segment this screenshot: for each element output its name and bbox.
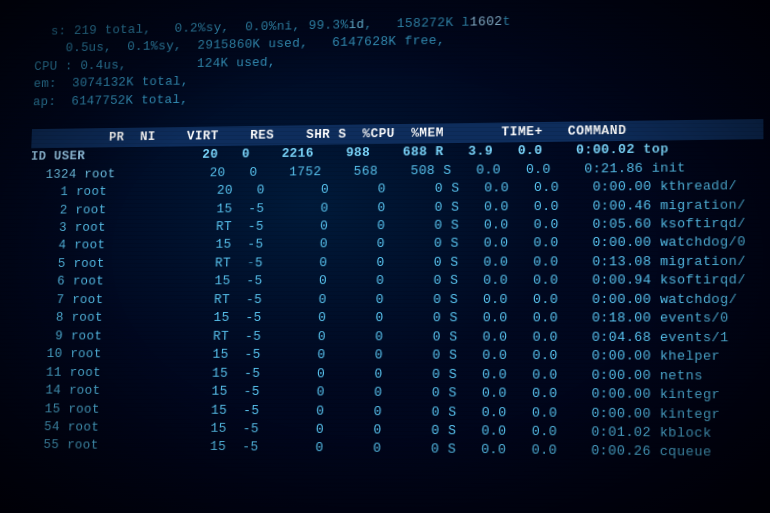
terminal-content: s: 219 total, 0.2%sy, 0.0%ni, 99.3%id, 1… [12, 3, 770, 513]
terminal-screen: s: 219 total, 0.2%sy, 0.0%ni, 99.3%id, 1… [0, 0, 770, 513]
process-row-6: 5 root RT -5 0 0 0 S 0.0 0.0 0:13.08 mig… [27, 252, 764, 273]
process-row-9: 8 root 15 -5 0 0 0 S 0.0 0.0 0:18.00 eve… [24, 309, 764, 328]
process-row-8: 7 root RT -5 0 0 0 S 0.0 0.0 0:00.00 wat… [25, 290, 764, 309]
process-row-7: 6 root 15 -5 0 0 0 S 0.0 0.0 0:00.94 kso… [26, 271, 764, 291]
